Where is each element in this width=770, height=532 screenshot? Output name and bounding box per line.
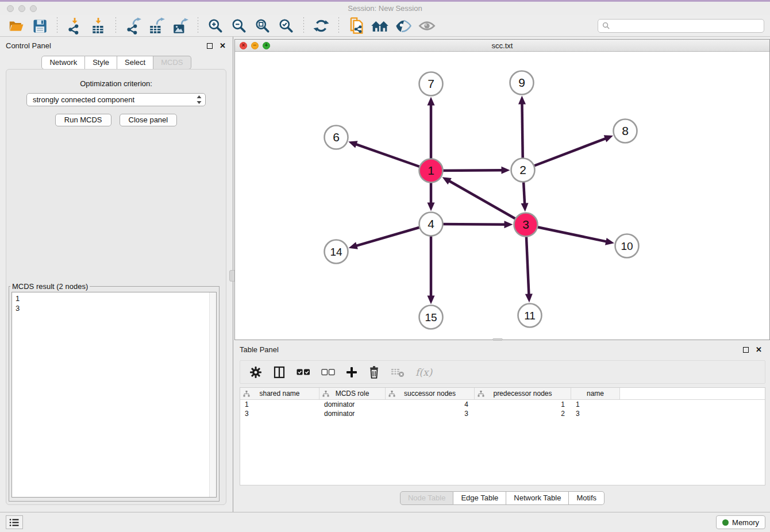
select-all-icon[interactable]	[297, 368, 310, 376]
node-table[interactable]: shared nameMCDS rolesuccessor nodesprede…	[240, 387, 765, 485]
graph-edge-arrowhead	[348, 141, 357, 148]
graph-node-label-15: 15	[425, 311, 437, 323]
column-header-successor-nodes[interactable]: successor nodes	[386, 388, 475, 399]
graph-edge-3-1[interactable]	[448, 180, 526, 225]
table-cell[interactable]: 1	[571, 400, 620, 409]
column-header-name[interactable]: name	[571, 388, 620, 399]
graph-node-label-3: 3	[522, 218, 529, 231]
table-cell[interactable]: 1	[240, 400, 319, 409]
network-resize-grip[interactable]	[492, 338, 503, 341]
tab-edge-table[interactable]: Edge Table	[453, 491, 506, 505]
graph-node-label-4: 4	[428, 217, 434, 230]
optimization-criterion-select[interactable]: strongly connected component	[26, 93, 206, 106]
open-session-icon[interactable]	[7, 17, 25, 35]
zoom-in-icon[interactable]	[206, 17, 225, 35]
graph-edge-arrowhead	[501, 167, 510, 174]
tab-motifs[interactable]: Motifs	[569, 491, 605, 505]
graph-edge-2-8[interactable]	[523, 138, 607, 170]
stepper-arrows-icon	[197, 95, 202, 104]
import-network-icon[interactable]	[66, 17, 84, 35]
network-view-titlebar[interactable]: × − + scc.txt	[235, 40, 769, 52]
search-input[interactable]	[612, 21, 764, 31]
zoom-selected-icon[interactable]	[277, 17, 295, 35]
optimization-criterion-label: Optimization criterion:	[6, 79, 226, 88]
column-header-predecessor-nodes[interactable]: predecessor nodes	[475, 388, 571, 399]
network-graph: 7968124314101511	[235, 52, 769, 340]
export-network-icon[interactable]	[124, 17, 143, 35]
graph-node-label-1: 1	[428, 164, 434, 177]
status-bar: Memory	[0, 512, 770, 532]
control-panel-tabs: NetworkStyleSelectMCDS	[0, 56, 233, 70]
graph-node-label-8: 8	[622, 124, 629, 137]
memory-label: Memory	[732, 518, 759, 527]
close-table-panel-icon[interactable]: ✕	[756, 347, 762, 353]
memory-button[interactable]: Memory	[716, 515, 765, 529]
table-row[interactable]: 3dominator323	[240, 409, 765, 418]
mcds-panel: Optimization criterion: strongly connect…	[6, 69, 226, 505]
tab-style[interactable]: Style	[85, 56, 117, 70]
table-panel-tabs: Node TableEdge TableNetwork TableMotifs	[234, 491, 770, 505]
graph-node-label-14: 14	[330, 246, 342, 258]
graph-edge-3-10[interactable]	[526, 225, 607, 242]
delete-column-icon[interactable]	[368, 366, 380, 379]
tab-node-table[interactable]: Node Table	[400, 491, 454, 505]
show-columns-icon[interactable]	[273, 366, 286, 379]
import-table-icon[interactable]	[89, 17, 107, 35]
toolbar-separator	[57, 17, 57, 34]
graphics-details-toggle-icon[interactable]	[394, 17, 413, 35]
table-cell[interactable]: 3	[386, 409, 475, 418]
graph-node-label-9: 9	[518, 76, 525, 89]
zoom-fit-icon[interactable]	[253, 17, 272, 35]
toolbar-separator	[198, 17, 198, 34]
mcds-result-group: MCDS result (2 nodes) 1 3	[9, 282, 220, 502]
table-cell[interactable]: 3	[240, 409, 319, 418]
table-cell[interactable]: 1	[475, 400, 571, 409]
run-mcds-button[interactable]: Run MCDS	[55, 114, 111, 126]
control-panel: Control Panel ✕ NetworkStyleSelectMCDS O…	[0, 37, 233, 512]
save-session-icon[interactable]	[30, 17, 49, 35]
close-panel-button[interactable]: Close panel	[120, 114, 178, 126]
table-cell[interactable]: 4	[386, 400, 475, 409]
result-scrollbar[interactable]	[209, 292, 216, 497]
deselect-all-icon[interactable]	[321, 368, 335, 376]
birds-eye-view-icon[interactable]	[418, 17, 436, 35]
float-table-panel-icon[interactable]	[743, 347, 749, 353]
tab-network[interactable]: Network	[41, 56, 85, 70]
export-image-icon[interactable]	[171, 17, 190, 35]
graph-node-label-2: 2	[519, 163, 526, 176]
main-toolbar	[0, 15, 770, 37]
table-panel: Table Panel ✕ f(x) shared nameMCDS roles…	[234, 342, 770, 512]
float-panel-icon[interactable]	[207, 43, 213, 49]
table-cell[interactable]: 3	[571, 409, 620, 418]
home-icon[interactable]	[371, 17, 389, 35]
column-header-shared-name[interactable]: shared name	[240, 388, 319, 399]
control-panel-title: Control Panel	[6, 41, 51, 50]
refresh-icon[interactable]	[312, 17, 330, 35]
task-history-button[interactable]	[6, 515, 23, 529]
graph-edge-arrowhead	[518, 95, 526, 104]
graph-node-label-6: 6	[333, 130, 340, 144]
close-panel-icon[interactable]: ✕	[220, 43, 226, 49]
graph-edge-arrowhead	[428, 97, 435, 106]
table-cell[interactable]: dominator	[319, 409, 386, 418]
export-table-icon[interactable]	[148, 17, 166, 35]
create-column-icon[interactable]	[346, 367, 357, 378]
table-row[interactable]: 1dominator411	[240, 400, 765, 409]
zoom-out-icon[interactable]	[230, 17, 248, 35]
tab-select[interactable]: Select	[117, 56, 153, 70]
graph-edge-arrowhead	[604, 135, 613, 142]
graph-node-label-7: 7	[428, 77, 434, 90]
graph-edge-arrowhead	[428, 203, 435, 211]
table-settings-gear-icon[interactable]	[249, 366, 262, 379]
column-header-MCDS-role[interactable]: MCDS role	[319, 388, 386, 399]
table-cell[interactable]: 2	[475, 409, 571, 418]
search-box	[598, 19, 764, 33]
table-panel-title: Table Panel	[240, 345, 279, 354]
tab-network-table[interactable]: Network Table	[506, 491, 569, 505]
table-cell[interactable]: dominator	[319, 400, 386, 409]
tab-mcds[interactable]: MCDS	[153, 56, 191, 70]
clone-network-icon[interactable]	[347, 17, 365, 35]
delete-table-icon	[391, 367, 405, 377]
network-canvas[interactable]: 7968124314101511	[235, 52, 769, 340]
mcds-result-area[interactable]: 1 3	[11, 292, 217, 498]
